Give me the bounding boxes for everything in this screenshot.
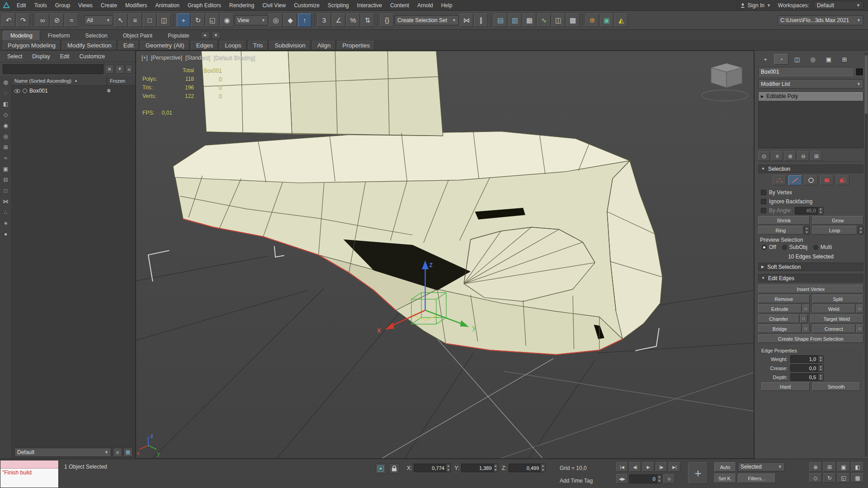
align-icon[interactable]: ∥ xyxy=(474,14,488,27)
menu-item[interactable]: Civil View xyxy=(258,0,290,11)
object-color-swatch[interactable] xyxy=(855,68,863,76)
explorer-preset-dropdown[interactable]: Default ▼ xyxy=(14,448,111,457)
menu-item[interactable]: Content xyxy=(386,0,413,11)
select-and-place-icon[interactable]: ◉ xyxy=(220,14,234,27)
display-spacewarps-icon[interactable]: ≈ xyxy=(1,153,11,164)
auto-key-button[interactable]: Auto xyxy=(714,462,736,472)
key-mode-toggle-icon[interactable]: ◀▶ xyxy=(616,474,628,483)
current-frame-field[interactable]: ▲▼ xyxy=(629,474,662,483)
display-lights-icon[interactable]: ◉ xyxy=(1,120,11,131)
bridge-settings-icon[interactable]: □ xyxy=(802,324,810,333)
chamfer-button[interactable]: Chamfer xyxy=(758,314,799,323)
rendered-frame-icon[interactable]: ▣ xyxy=(600,14,613,27)
column-header-frozen[interactable]: Frozen xyxy=(107,78,135,84)
ribbon-panel[interactable]: Subdivision xyxy=(269,41,310,50)
use-pivot-center-icon[interactable]: ◎ xyxy=(269,14,283,27)
checkbox-icon[interactable] xyxy=(761,199,766,204)
display-xrefs-icon[interactable]: ⊟ xyxy=(1,174,11,185)
pin-stack-icon[interactable]: ⊙ xyxy=(758,151,770,161)
go-to-end-icon[interactable]: ▶| xyxy=(669,462,680,472)
maxscript-mini-listener[interactable]: "Finish build xyxy=(0,460,59,488)
select-by-name-icon[interactable]: ≡ xyxy=(128,14,142,27)
schematic-view-icon[interactable]: ◫ xyxy=(552,14,565,27)
zoom-extents-icon[interactable]: ▣ xyxy=(837,462,850,472)
menu-item[interactable]: Help xyxy=(437,0,457,11)
reference-coordinate-dropdown[interactable]: View ▼ xyxy=(235,15,268,25)
ignore-backfacing-option[interactable]: Ignore Backfacing xyxy=(761,197,863,206)
display-groups-icon[interactable]: ▣ xyxy=(1,164,11,174)
modifier-list-dropdown[interactable]: Modifier List ▼ xyxy=(758,79,863,89)
ribbon-panel[interactable]: Properties xyxy=(337,41,375,50)
ribbon-tab[interactable]: Populate xyxy=(160,31,197,40)
render-icon[interactable]: ◭ xyxy=(614,14,628,27)
preview-option[interactable]: Multi xyxy=(813,244,832,250)
ribbon-panel[interactable]: Align xyxy=(312,41,336,50)
spinner-arrows-icon[interactable]: ▲▼ xyxy=(818,207,823,214)
hierarchy-tab-icon[interactable]: ◫ xyxy=(790,54,804,65)
y-coordinate-field[interactable]: ▲▼ xyxy=(461,464,498,472)
frame-input[interactable] xyxy=(630,475,657,483)
key-filter-set-dropdown[interactable]: Selected ▼ xyxy=(738,462,785,471)
viewport-layout-icon[interactable]: ▦ xyxy=(851,473,864,483)
maximize-viewport-icon[interactable]: ◱ xyxy=(837,473,850,483)
explorer-menu-item[interactable]: Select xyxy=(3,51,27,62)
ribbon-tab[interactable]: Object Paint xyxy=(115,31,160,40)
viewport-render-preset-menu[interactable]: [Standard] xyxy=(185,55,210,61)
grow-button[interactable]: Grow xyxy=(812,216,864,225)
selection-region-icon[interactable]: □ xyxy=(143,14,156,27)
weld-button[interactable]: Weld xyxy=(812,305,856,313)
checkbox-icon[interactable] xyxy=(761,190,766,195)
weld-settings-icon[interactable]: □ xyxy=(856,305,863,313)
border-subobject-icon[interactable] xyxy=(804,175,818,185)
connect-button[interactable]: Connect xyxy=(812,324,856,333)
select-and-move-icon[interactable]: + xyxy=(177,14,190,27)
ribbon-toggle-icon[interactable]: ▦ xyxy=(523,14,536,27)
redo-icon[interactable]: ↷ xyxy=(16,14,30,27)
depth-spinner[interactable]: 0,5 ▲▼ xyxy=(790,373,824,381)
connect-settings-icon[interactable]: □ xyxy=(856,324,863,333)
search-clear-icon[interactable]: ✕ xyxy=(105,65,114,74)
render-setup-icon[interactable]: ⊛ xyxy=(585,14,599,27)
menu-item[interactable]: Graph Editors xyxy=(184,0,225,11)
ring-spinner-icon[interactable]: ▲▼ xyxy=(804,226,810,235)
isolate-selection-icon[interactable] xyxy=(375,463,386,474)
explorer-menu-item[interactable]: Display xyxy=(28,51,54,62)
menu-item[interactable]: Customize xyxy=(290,0,324,11)
ribbon-panel[interactable]: Edges xyxy=(191,41,218,50)
ribbon-panel[interactable]: Polygon Modeling xyxy=(3,41,61,50)
display-containers-icon[interactable]: □ xyxy=(1,185,11,196)
undo-icon[interactable]: ↶ xyxy=(2,14,15,27)
selection-rollout-header[interactable]: ▼ Selection xyxy=(758,164,863,173)
by-angle-option[interactable]: By Angle: 45,0 ▲▼ xyxy=(761,206,863,215)
spinner-arrows-icon[interactable]: ▲▼ xyxy=(818,356,823,362)
spinner-arrows-icon[interactable]: ▲▼ xyxy=(818,374,823,380)
motion-tab-icon[interactable]: ◎ xyxy=(806,54,820,65)
time-configuration-icon[interactable]: ⊙ xyxy=(663,474,675,483)
x-coordinate-field[interactable]: ▲▼ xyxy=(414,464,451,472)
column-header-name[interactable]: Name (Sorted Ascending) ▲ xyxy=(12,76,107,85)
menu-item[interactable]: Animation xyxy=(151,0,184,11)
display-shapes-icon[interactable]: ◇ xyxy=(1,109,11,120)
modify-tab-icon[interactable]: ◔ xyxy=(774,54,788,65)
select-and-scale-icon[interactable]: ◱ xyxy=(206,14,219,27)
ribbon-panel[interactable]: Tris xyxy=(248,41,268,50)
search-filter-icon[interactable] xyxy=(115,65,124,74)
object-name-field[interactable] xyxy=(758,67,853,76)
menu-item[interactable]: Tools xyxy=(30,0,51,11)
search-more-icon[interactable]: » xyxy=(126,65,132,74)
ribbon-panel[interactable]: Edit xyxy=(118,41,139,50)
hard-button[interactable]: Hard xyxy=(761,382,810,391)
layer-explorer-icon[interactable]: ▤ xyxy=(494,14,507,27)
spinner-arrows-icon[interactable]: ▲▼ xyxy=(540,464,545,472)
z-coordinate-field[interactable]: ▲▼ xyxy=(509,464,546,472)
insert-vertex-button[interactable]: Insert Vertex xyxy=(758,285,863,293)
window-crossing-icon[interactable]: ◫ xyxy=(157,14,171,27)
select-and-link-icon[interactable]: ∞ xyxy=(36,14,49,27)
display-helpers-icon[interactable]: ⊞ xyxy=(1,142,11,153)
command-panel-scrollbar[interactable] xyxy=(865,52,868,457)
material-editor-icon[interactable]: ▩ xyxy=(566,14,580,27)
spinner-snap-icon[interactable]: ⇅ xyxy=(361,14,374,27)
scene-explorer-toggle-icon[interactable]: ▥ xyxy=(508,14,522,27)
explorer-menu-item[interactable]: Customize xyxy=(75,51,109,62)
zoom-region-icon[interactable]: ◧ xyxy=(851,462,864,472)
